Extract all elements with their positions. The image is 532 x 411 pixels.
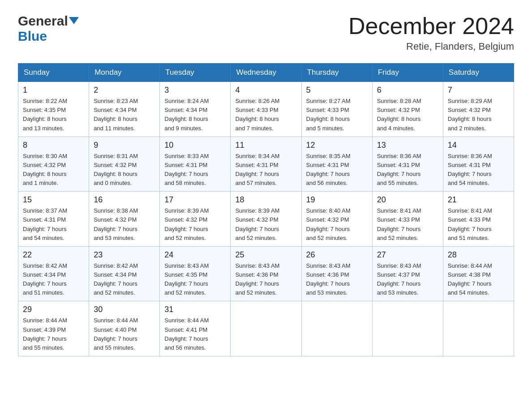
calendar-cell: 14Sunrise: 8:36 AM Sunset: 4:31 PM Dayli…: [443, 137, 514, 192]
day-info: Sunrise: 8:44 AM Sunset: 4:41 PM Dayligh…: [164, 316, 226, 352]
calendar-cell: 29Sunrise: 8:44 AM Sunset: 4:39 PM Dayli…: [18, 301, 89, 356]
calendar-cell: 23Sunrise: 8:42 AM Sunset: 4:34 PM Dayli…: [89, 246, 160, 301]
header-sunday: Sunday: [18, 64, 89, 82]
day-info: Sunrise: 8:44 AM Sunset: 4:39 PM Dayligh…: [23, 316, 84, 352]
day-number: 15: [23, 195, 84, 205]
calendar-cell: 30Sunrise: 8:44 AM Sunset: 4:40 PM Dayli…: [89, 301, 160, 356]
calendar-cell: 25Sunrise: 8:43 AM Sunset: 4:36 PM Dayli…: [231, 246, 301, 301]
calendar-cell: 11Sunrise: 8:34 AM Sunset: 4:31 PM Dayli…: [231, 137, 301, 192]
day-number: 13: [377, 141, 438, 150]
day-info: Sunrise: 8:37 AM Sunset: 4:31 PM Dayligh…: [23, 206, 84, 243]
calendar-cell: 5Sunrise: 8:27 AM Sunset: 4:33 PM Daylig…: [301, 82, 372, 137]
day-number: 8: [23, 141, 84, 150]
day-number: 19: [306, 195, 368, 205]
day-number: 21: [448, 195, 509, 205]
month-year-title: December 2024: [348, 13, 514, 39]
header-wednesday: Wednesday: [231, 64, 301, 82]
day-info: Sunrise: 8:26 AM Sunset: 4:33 PM Dayligh…: [235, 97, 296, 133]
logo-arrow-icon: [69, 15, 79, 27]
day-info: Sunrise: 8:41 AM Sunset: 4:33 PM Dayligh…: [377, 206, 438, 243]
calendar-week-1: 1Sunrise: 8:22 AM Sunset: 4:35 PM Daylig…: [18, 82, 514, 137]
day-number: 24: [164, 250, 226, 260]
day-info: Sunrise: 8:42 AM Sunset: 4:34 PM Dayligh…: [23, 261, 84, 298]
day-info: Sunrise: 8:27 AM Sunset: 4:33 PM Dayligh…: [306, 97, 368, 133]
day-info: Sunrise: 8:44 AM Sunset: 4:38 PM Dayligh…: [448, 261, 509, 298]
calendar-cell: 8Sunrise: 8:30 AM Sunset: 4:32 PM Daylig…: [18, 137, 89, 192]
day-info: Sunrise: 8:33 AM Sunset: 4:31 PM Dayligh…: [164, 152, 226, 188]
svg-marker-0: [69, 17, 79, 24]
day-number: 9: [94, 141, 155, 150]
calendar-week-5: 29Sunrise: 8:44 AM Sunset: 4:39 PM Dayli…: [18, 301, 514, 356]
logo-general-text: General: [18, 13, 68, 29]
calendar-cell: 4Sunrise: 8:26 AM Sunset: 4:33 PM Daylig…: [231, 82, 301, 137]
header-friday: Friday: [372, 64, 443, 82]
day-info: Sunrise: 8:42 AM Sunset: 4:34 PM Dayligh…: [94, 261, 155, 298]
page-header: General Blue December 2024 Retie, Flande…: [18, 13, 514, 52]
day-number: 10: [164, 141, 226, 150]
calendar-cell: 19Sunrise: 8:40 AM Sunset: 4:32 PM Dayli…: [301, 192, 372, 247]
calendar-cell: 2Sunrise: 8:23 AM Sunset: 4:34 PM Daylig…: [89, 82, 160, 137]
day-info: Sunrise: 8:38 AM Sunset: 4:32 PM Dayligh…: [94, 206, 155, 243]
location-title: Retie, Flanders, Belgium: [348, 41, 514, 52]
header-thursday: Thursday: [301, 64, 372, 82]
header-tuesday: Tuesday: [160, 64, 231, 82]
day-info: Sunrise: 8:43 AM Sunset: 4:36 PM Dayligh…: [235, 261, 296, 298]
day-info: Sunrise: 8:30 AM Sunset: 4:32 PM Dayligh…: [23, 152, 84, 188]
header-row: Sunday Monday Tuesday Wednesday Thursday…: [18, 64, 514, 82]
day-info: Sunrise: 8:28 AM Sunset: 4:32 PM Dayligh…: [377, 97, 438, 133]
day-info: Sunrise: 8:35 AM Sunset: 4:31 PM Dayligh…: [306, 152, 368, 188]
calendar-cell: 21Sunrise: 8:41 AM Sunset: 4:33 PM Dayli…: [443, 192, 514, 247]
day-info: Sunrise: 8:43 AM Sunset: 4:37 PM Dayligh…: [377, 261, 438, 298]
day-info: Sunrise: 8:31 AM Sunset: 4:32 PM Dayligh…: [94, 152, 155, 188]
day-number: 30: [94, 305, 155, 314]
calendar-cell: 1Sunrise: 8:22 AM Sunset: 4:35 PM Daylig…: [18, 82, 89, 137]
day-number: 3: [164, 86, 226, 95]
day-info: Sunrise: 8:36 AM Sunset: 4:31 PM Dayligh…: [448, 152, 509, 188]
day-number: 29: [23, 305, 84, 314]
calendar-cell: 26Sunrise: 8:43 AM Sunset: 4:36 PM Dayli…: [301, 246, 372, 301]
day-info: Sunrise: 8:29 AM Sunset: 4:32 PM Dayligh…: [448, 97, 509, 133]
calendar-cell: [231, 301, 301, 356]
logo-blue-text: Blue: [18, 29, 47, 43]
calendar-week-4: 22Sunrise: 8:42 AM Sunset: 4:34 PM Dayli…: [18, 246, 514, 301]
title-block: December 2024 Retie, Flanders, Belgium: [348, 13, 514, 52]
calendar-cell: [443, 301, 514, 356]
day-info: Sunrise: 8:44 AM Sunset: 4:40 PM Dayligh…: [94, 316, 155, 352]
day-number: 20: [377, 195, 438, 205]
calendar-cell: 9Sunrise: 8:31 AM Sunset: 4:32 PM Daylig…: [89, 137, 160, 192]
day-number: 31: [164, 305, 226, 314]
calendar-cell: 17Sunrise: 8:39 AM Sunset: 4:32 PM Dayli…: [160, 192, 231, 247]
day-number: 5: [306, 86, 368, 95]
calendar-cell: 20Sunrise: 8:41 AM Sunset: 4:33 PM Dayli…: [372, 192, 443, 247]
calendar-cell: 10Sunrise: 8:33 AM Sunset: 4:31 PM Dayli…: [160, 137, 231, 192]
day-number: 18: [235, 195, 296, 205]
calendar-cell: [301, 301, 372, 356]
day-number: 25: [235, 250, 296, 260]
calendar-cell: 16Sunrise: 8:38 AM Sunset: 4:32 PM Dayli…: [89, 192, 160, 247]
calendar-cell: 12Sunrise: 8:35 AM Sunset: 4:31 PM Dayli…: [301, 137, 372, 192]
calendar-week-3: 15Sunrise: 8:37 AM Sunset: 4:31 PM Dayli…: [18, 192, 514, 247]
day-info: Sunrise: 8:43 AM Sunset: 4:36 PM Dayligh…: [306, 261, 368, 298]
calendar-table: Sunday Monday Tuesday Wednesday Thursday…: [18, 63, 514, 356]
day-info: Sunrise: 8:43 AM Sunset: 4:35 PM Dayligh…: [164, 261, 226, 298]
day-number: 27: [377, 250, 438, 260]
day-number: 28: [448, 250, 509, 260]
day-info: Sunrise: 8:24 AM Sunset: 4:34 PM Dayligh…: [164, 97, 226, 133]
day-number: 6: [377, 86, 438, 95]
day-info: Sunrise: 8:39 AM Sunset: 4:32 PM Dayligh…: [164, 206, 226, 243]
calendar-week-2: 8Sunrise: 8:30 AM Sunset: 4:32 PM Daylig…: [18, 137, 514, 192]
header-saturday: Saturday: [443, 64, 514, 82]
day-info: Sunrise: 8:34 AM Sunset: 4:31 PM Dayligh…: [235, 152, 296, 188]
calendar-cell: 27Sunrise: 8:43 AM Sunset: 4:37 PM Dayli…: [372, 246, 443, 301]
calendar-cell: 22Sunrise: 8:42 AM Sunset: 4:34 PM Dayli…: [18, 246, 89, 301]
calendar-cell: 24Sunrise: 8:43 AM Sunset: 4:35 PM Dayli…: [160, 246, 231, 301]
day-number: 11: [235, 141, 296, 150]
day-info: Sunrise: 8:36 AM Sunset: 4:31 PM Dayligh…: [377, 152, 438, 188]
day-number: 1: [23, 86, 84, 95]
calendar-cell: 13Sunrise: 8:36 AM Sunset: 4:31 PM Dayli…: [372, 137, 443, 192]
calendar-cell: 6Sunrise: 8:28 AM Sunset: 4:32 PM Daylig…: [372, 82, 443, 137]
day-number: 16: [94, 195, 155, 205]
calendar-cell: 3Sunrise: 8:24 AM Sunset: 4:34 PM Daylig…: [160, 82, 231, 137]
header-monday: Monday: [89, 64, 160, 82]
day-info: Sunrise: 8:40 AM Sunset: 4:32 PM Dayligh…: [306, 206, 368, 243]
